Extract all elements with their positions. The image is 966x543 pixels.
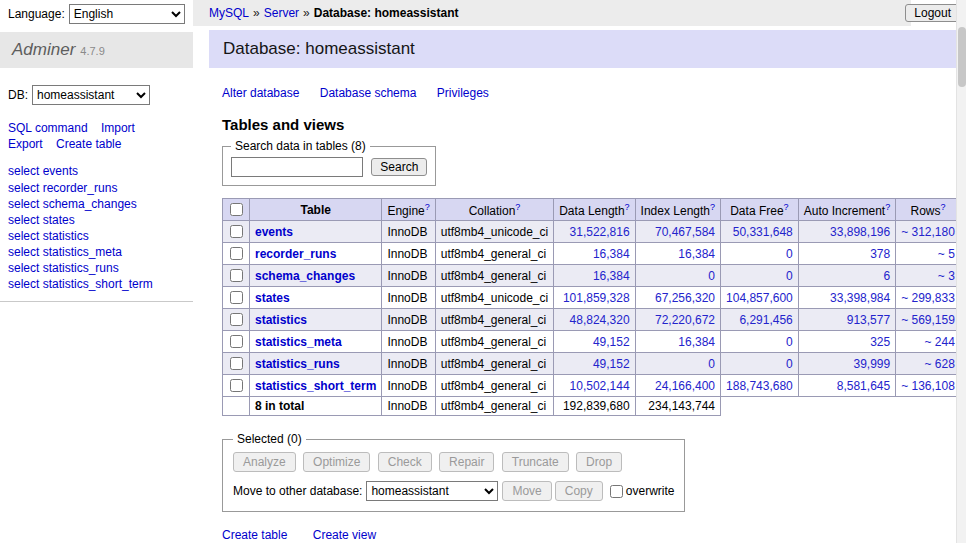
cell-index-length: 16,384 bbox=[635, 331, 720, 353]
row-checkbox[interactable] bbox=[230, 357, 243, 370]
optimize-button[interactable]: Optimize bbox=[303, 452, 370, 472]
search-button[interactable]: Search bbox=[371, 158, 427, 176]
analyze-button[interactable]: Analyze bbox=[233, 452, 296, 472]
move-row: Move to other database:homeassistantMove… bbox=[233, 481, 674, 501]
sidebar-item-select-recorder-runs[interactable]: select recorder_runs bbox=[8, 181, 193, 195]
create-view-link[interactable]: Create view bbox=[313, 528, 376, 542]
cell-name: recorder_runs bbox=[250, 243, 382, 265]
sidebar-item-select-statistics[interactable]: select statistics bbox=[8, 229, 193, 243]
row-checkbox[interactable] bbox=[230, 291, 243, 304]
selected-fieldset: Selected (0) Analyze Optimize Check Repa… bbox=[222, 432, 685, 512]
column-header-table: Table bbox=[250, 199, 382, 221]
cell-data-length: 101,859,328 bbox=[554, 287, 635, 309]
cell-collation: utf8mb4_general_ci bbox=[435, 309, 553, 331]
sidebar-sql-command-link[interactable]: SQL command bbox=[8, 121, 88, 135]
column-help-link[interactable]: ? bbox=[941, 202, 946, 212]
row-checkbox[interactable] bbox=[230, 379, 243, 392]
total-empty-cell bbox=[223, 397, 250, 416]
privileges-link[interactable]: Privileges bbox=[437, 86, 489, 100]
logout-button[interactable]: Logout bbox=[905, 4, 960, 22]
sidebar-import-link[interactable]: Import bbox=[101, 121, 135, 135]
sidebar-item-select-states[interactable]: select states bbox=[8, 213, 193, 227]
column-help-link[interactable]: ? bbox=[710, 202, 715, 212]
breadcrumb-server-link[interactable]: Server bbox=[264, 6, 299, 20]
total-index-length: 234,143,744 bbox=[635, 397, 720, 416]
column-help-link[interactable]: ? bbox=[885, 202, 890, 212]
move-label: Move to other database: bbox=[233, 484, 362, 498]
repair-button[interactable]: Repair bbox=[439, 452, 494, 472]
table-link[interactable]: statistics_short_term bbox=[255, 379, 376, 393]
table-row: schema_changesInnoDButf8mb4_general_ci16… bbox=[223, 265, 957, 287]
drop-button[interactable]: Drop bbox=[576, 452, 622, 472]
cell-name: statistics bbox=[250, 309, 382, 331]
breadcrumb-separator: » bbox=[253, 6, 260, 20]
column-help-link[interactable]: ? bbox=[784, 202, 789, 212]
top-bar: Language:English MySQL»Server»Database: … bbox=[0, 0, 966, 26]
cell-engine: InnoDB bbox=[382, 221, 435, 243]
app-logo: Adminer4.7.9 bbox=[0, 32, 193, 68]
row-checkbox[interactable] bbox=[230, 335, 243, 348]
breadcrumb: MySQL»Server»Database: homeassistant bbox=[193, 0, 911, 26]
language-select[interactable]: English bbox=[69, 4, 185, 24]
sidebar-export-link[interactable]: Export bbox=[8, 137, 43, 151]
overwrite-checkbox[interactable] bbox=[610, 485, 623, 498]
copy-button[interactable]: Copy bbox=[555, 481, 603, 501]
cell-rows: ~ 3 bbox=[896, 265, 956, 287]
sidebar-item-select-statistics-meta[interactable]: select statistics_meta bbox=[8, 245, 193, 259]
cell-engine: InnoDB bbox=[382, 331, 435, 353]
breadcrumb-mysql-link[interactable]: MySQL bbox=[209, 6, 249, 20]
table-link[interactable]: states bbox=[255, 291, 290, 305]
breadcrumb-current: Database: homeassistant bbox=[314, 6, 459, 20]
table-link[interactable]: events bbox=[255, 225, 293, 239]
cell-collation: utf8mb4_general_ci bbox=[435, 353, 553, 375]
column-header-rows: Rows? bbox=[896, 199, 956, 221]
move-database-select[interactable]: homeassistant bbox=[366, 481, 498, 501]
cell-collation: utf8mb4_general_ci bbox=[435, 375, 553, 397]
cell-auto-increment: 39,999 bbox=[798, 353, 895, 375]
table-row: statisticsInnoDButf8mb4_general_ci48,824… bbox=[223, 309, 957, 331]
create-table-link[interactable]: Create table bbox=[222, 528, 287, 542]
language-control: Language:English bbox=[8, 4, 185, 24]
vertical-scrollbar[interactable] bbox=[956, 0, 966, 543]
sidebar-create-table-link[interactable]: Create table bbox=[56, 137, 121, 151]
cell-data-free: 0 bbox=[721, 243, 799, 265]
database-actions: Alter database Database schema Privilege… bbox=[222, 86, 956, 100]
sidebar-item-select-statistics-runs[interactable]: select statistics_runs bbox=[8, 261, 193, 275]
row-checkbox[interactable] bbox=[230, 247, 243, 260]
select-all-checkbox[interactable] bbox=[230, 203, 243, 216]
scrollbar-thumb[interactable] bbox=[958, 27, 966, 87]
column-help-link[interactable]: ? bbox=[425, 202, 430, 212]
table-link[interactable]: statistics_runs bbox=[255, 357, 340, 371]
row-checkbox[interactable] bbox=[230, 313, 243, 326]
column-header-data-length: Data Length? bbox=[554, 199, 635, 221]
total-filler bbox=[721, 397, 956, 416]
row-checkbox[interactable] bbox=[230, 269, 243, 282]
sidebar-item-select-events[interactable]: select events bbox=[8, 164, 193, 178]
cell-data-free: 104,857,600 bbox=[721, 287, 799, 309]
sidebar-item-select-statistics-short-term[interactable]: select statistics_short_term bbox=[8, 277, 193, 291]
sidebar-item-select-schema-changes[interactable]: select schema_changes bbox=[8, 197, 193, 211]
table-link[interactable]: statistics bbox=[255, 313, 307, 327]
cell-engine: InnoDB bbox=[382, 375, 435, 397]
total-row: 8 in total InnoDB utf8mb4_general_ci 192… bbox=[223, 397, 957, 416]
database-schema-link[interactable]: Database schema bbox=[320, 86, 417, 100]
cell-engine: InnoDB bbox=[382, 353, 435, 375]
create-links-row: Create table Create view bbox=[222, 528, 956, 542]
cell-data-length: 16,384 bbox=[554, 265, 635, 287]
cell-data-free: 6,291,456 bbox=[721, 309, 799, 331]
column-help-link[interactable]: ? bbox=[625, 202, 630, 212]
search-input[interactable] bbox=[231, 157, 363, 177]
check-button[interactable]: Check bbox=[378, 452, 432, 472]
alter-database-link[interactable]: Alter database bbox=[222, 86, 299, 100]
truncate-button[interactable]: Truncate bbox=[502, 452, 569, 472]
table-link[interactable]: statistics_meta bbox=[255, 335, 342, 349]
cell-data-length: 31,522,816 bbox=[554, 221, 635, 243]
table-link[interactable]: schema_changes bbox=[255, 269, 355, 283]
column-help-link[interactable]: ? bbox=[515, 202, 520, 212]
table-link[interactable]: recorder_runs bbox=[255, 247, 336, 261]
cell-data-free: 50,331,648 bbox=[721, 221, 799, 243]
db-select[interactable]: homeassistant bbox=[32, 85, 150, 105]
move-button[interactable]: Move bbox=[502, 481, 551, 501]
breadcrumb-separator: » bbox=[303, 6, 310, 20]
row-checkbox[interactable] bbox=[230, 225, 243, 238]
